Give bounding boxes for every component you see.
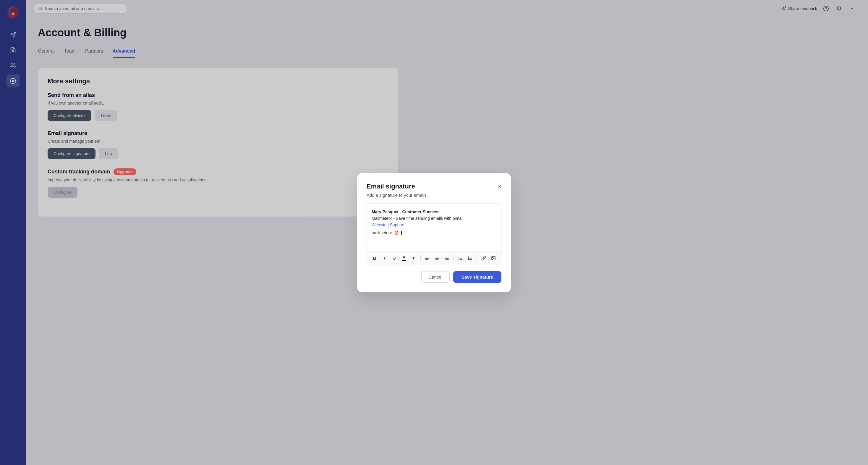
toolbar-bold-button[interactable]: B: [370, 254, 379, 263]
sig-logo-icon: M: [393, 230, 400, 236]
sig-logo-text: mailmeteor: [372, 230, 392, 236]
modal-overlay[interactable]: Email signature × Add a signature to you…: [0, 0, 868, 465]
modal-footer: Cancel Save signature: [367, 271, 501, 283]
modal-close-button[interactable]: ×: [498, 184, 501, 189]
text-cursor: [401, 231, 402, 235]
toolbar-separator-2: [453, 255, 454, 261]
svg-point-37: [468, 259, 469, 260]
toolbar-separator-1: [421, 255, 421, 261]
svg-point-35: [468, 257, 469, 257]
toolbar-underline-button[interactable]: U: [390, 254, 399, 263]
modal-subtitle: Add a signature to your emails.: [367, 193, 501, 198]
toolbar-align-right-button[interactable]: [442, 254, 451, 263]
sig-support-link[interactable]: Support: [390, 223, 404, 227]
toolbar-image-button[interactable]: [489, 254, 498, 263]
sig-name-line: Mary Pesquet - Customer Success: [372, 208, 496, 215]
toolbar-link-button[interactable]: [479, 254, 488, 263]
editor-toolbar: B I U A ▾: [367, 251, 501, 265]
cancel-button[interactable]: Cancel: [421, 271, 450, 283]
toolbar-color-button[interactable]: A: [400, 254, 408, 263]
signature-editor[interactable]: Mary Pesquet - Customer Success Mailmete…: [367, 204, 501, 265]
svg-point-36: [468, 258, 469, 259]
sig-separator: |: [388, 223, 390, 227]
svg-text:M: M: [396, 232, 397, 234]
svg-point-39: [492, 257, 493, 258]
toolbar-align-center-button[interactable]: [433, 254, 441, 263]
sig-links: Website | Support: [372, 222, 496, 228]
save-signature-button[interactable]: Save signature: [453, 271, 501, 283]
sig-website-link[interactable]: Website: [372, 223, 386, 227]
sig-logo-row: mailmeteor M: [372, 230, 496, 236]
modal-header: Email signature ×: [367, 182, 501, 190]
color-indicator: [402, 260, 406, 261]
toolbar-ordered-list-button[interactable]: [456, 254, 464, 263]
signature-content[interactable]: Mary Pesquet - Customer Success Mailmete…: [367, 204, 501, 251]
toolbar-italic-button[interactable]: I: [380, 254, 389, 263]
toolbar-separator-3: [476, 255, 477, 261]
sig-company-line: Mailmeteor - Save time sending emails wi…: [372, 215, 496, 222]
modal-title: Email signature: [367, 182, 415, 190]
email-signature-modal: Email signature × Add a signature to you…: [357, 173, 511, 292]
toolbar-color-dropdown-button[interactable]: ▾: [409, 254, 418, 263]
toolbar-unordered-list-button[interactable]: [466, 254, 474, 263]
toolbar-align-left-button[interactable]: [423, 254, 432, 263]
